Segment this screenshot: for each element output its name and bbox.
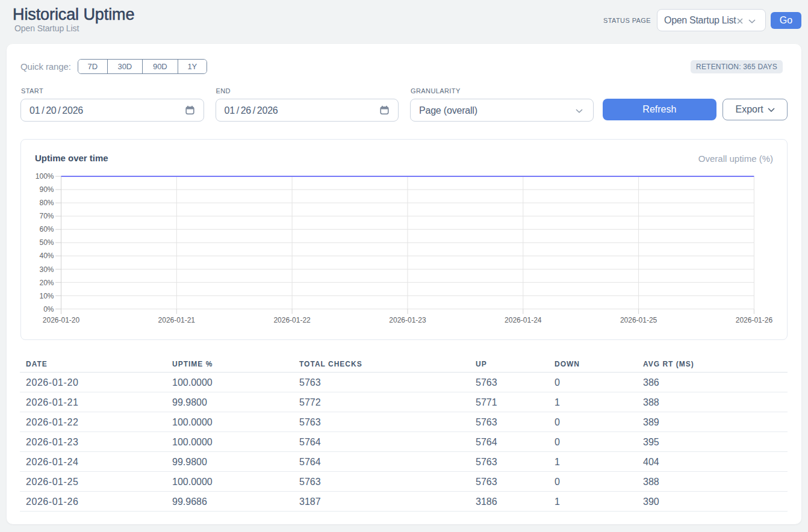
svg-text:2026-01-23: 2026-01-23 [389, 316, 426, 324]
svg-text:2026-01-24: 2026-01-24 [505, 316, 542, 324]
svg-text:100%: 100% [36, 172, 54, 181]
svg-text:20%: 20% [39, 279, 54, 287]
svg-text:60%: 60% [39, 225, 54, 234]
svg-text:10%: 10% [39, 292, 54, 300]
svg-text:2026-01-22: 2026-01-22 [273, 316, 311, 324]
svg-text:2026-01-21: 2026-01-21 [158, 316, 196, 324]
svg-text:80%: 80% [39, 199, 54, 207]
svg-text:70%: 70% [39, 212, 54, 220]
svg-text:2026-01-26: 2026-01-26 [736, 316, 773, 324]
svg-text:2026-01-20: 2026-01-20 [43, 316, 80, 324]
svg-text:2026-01-25: 2026-01-25 [620, 316, 657, 324]
svg-text:50%: 50% [39, 238, 54, 247]
svg-text:0%: 0% [43, 305, 54, 314]
svg-text:30%: 30% [39, 265, 54, 274]
svg-text:90%: 90% [39, 185, 54, 194]
svg-text:40%: 40% [39, 252, 54, 260]
